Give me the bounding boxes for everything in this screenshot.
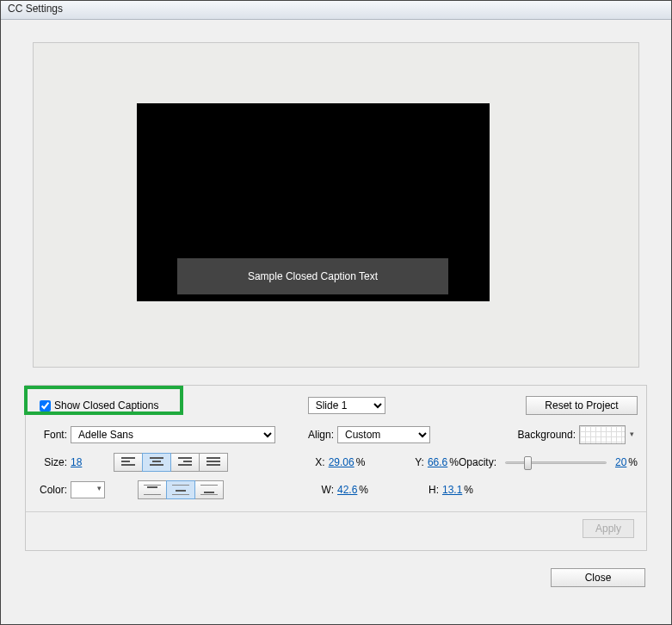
color-label: Color: [34, 484, 67, 496]
h-unit: % [464, 484, 473, 496]
valign-top-button[interactable] [138, 480, 167, 499]
valign-bottom-icon [200, 485, 218, 495]
show-cc-label: Show Closed Captions [54, 399, 158, 412]
show-cc-checkbox-row[interactable]: Show Closed Captions [34, 394, 167, 417]
w-label: W: [301, 484, 334, 496]
background-picker[interactable] [579, 425, 626, 444]
align-left-icon [121, 457, 135, 467]
w-value[interactable]: 42.6 [337, 484, 357, 496]
valign-top-icon [144, 485, 161, 495]
size-label: Size: [34, 456, 67, 468]
x-value[interactable]: 29.06 [329, 456, 354, 468]
h-label: H: [423, 484, 439, 496]
align-center-icon [150, 457, 163, 467]
apply-button[interactable]: Apply [583, 519, 634, 538]
y-value[interactable]: 66.6 [428, 456, 447, 468]
w-unit: % [359, 484, 368, 496]
window-title: CC Settings [8, 3, 63, 15]
opacity-label: Opacity: [459, 456, 496, 468]
controls-panel: Show Closed Captions Slide 1 Reset to Pr… [25, 385, 647, 551]
reset-to-project-button[interactable]: Reset to Project [526, 396, 638, 415]
align-center-button[interactable] [142, 453, 171, 472]
align-right-icon [178, 457, 192, 467]
slide-select[interactable]: Slide 1 [308, 397, 385, 414]
valign-bottom-button[interactable] [194, 480, 224, 499]
font-select[interactable]: Adelle Sans [71, 426, 275, 443]
x-label: X: [293, 456, 325, 468]
y-label: Y: [409, 456, 424, 468]
valign-middle-button[interactable] [166, 480, 195, 499]
opacity-unit: % [628, 456, 638, 468]
color-picker[interactable] [71, 481, 105, 498]
close-button[interactable]: Close [551, 568, 645, 587]
font-label: Font: [34, 429, 67, 441]
cc-settings-window: CC Settings Sample Closed Caption Text S… [0, 0, 672, 625]
window-client: Sample Closed Caption Text Show Closed C… [1, 20, 671, 604]
show-cc-checkbox[interactable] [40, 400, 51, 412]
align-select[interactable]: Custom [337, 426, 430, 443]
size-value[interactable]: 18 [71, 456, 89, 468]
preview-caption-box: Sample Closed Caption Text [177, 258, 448, 294]
preview-area: Sample Closed Caption Text [33, 42, 639, 368]
align-label: Align: [301, 429, 334, 441]
opacity-slider-track [505, 461, 607, 464]
opacity-slider[interactable] [505, 454, 607, 471]
align-justify-button[interactable] [199, 453, 228, 472]
x-unit: % [356, 456, 366, 468]
opacity-slider-thumb[interactable] [524, 456, 532, 470]
align-right-button[interactable] [170, 453, 200, 472]
valign-group [138, 480, 224, 499]
opacity-value[interactable]: 20 [615, 456, 626, 468]
h-value[interactable]: 13.1 [442, 484, 462, 496]
valign-middle-icon [172, 485, 189, 495]
y-unit: % [449, 456, 459, 468]
background-label: Background: [518, 429, 576, 441]
align-justify-icon [207, 457, 220, 467]
halign-group [114, 453, 228, 472]
align-left-button[interactable] [114, 453, 143, 472]
preview-caption-text: Sample Closed Caption Text [248, 270, 378, 282]
window-titlebar[interactable]: CC Settings [1, 1, 671, 20]
